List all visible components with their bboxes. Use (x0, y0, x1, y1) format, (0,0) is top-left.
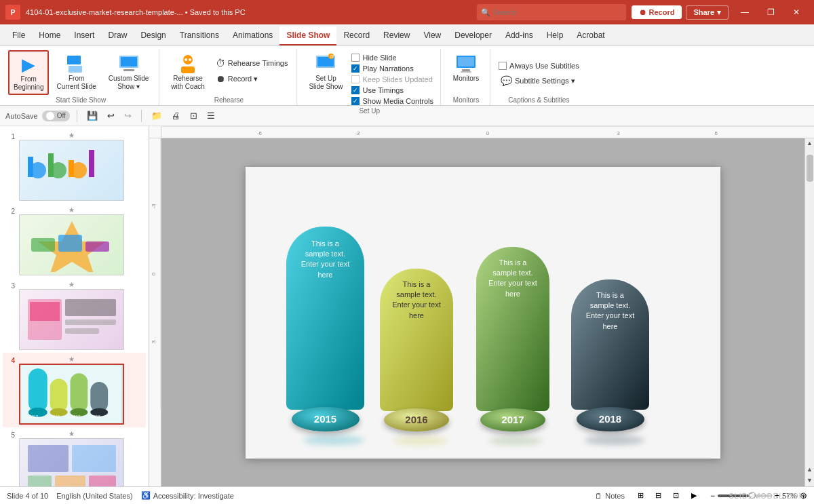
tab-insert[interactable]: Insert (67, 26, 101, 45)
tab-developer[interactable]: Developer (448, 26, 499, 45)
svg-point-9 (189, 58, 191, 61)
print-button[interactable]: 🖨 (169, 109, 183, 122)
slide-num-1: 1 (4, 132, 15, 140)
tab-addins[interactable]: Add-ins (499, 26, 540, 45)
rehearse-group-label: Rehearse (166, 96, 291, 105)
from-current-button[interactable]: FromCurrent Slide (52, 50, 100, 94)
redo-button[interactable]: ↪ (121, 109, 134, 122)
from-beginning-button[interactable]: ▶ FromBeginning (8, 50, 49, 95)
use-timings-checkbox[interactable]: ✓ (351, 86, 360, 94)
tab-slideshow[interactable]: Slide Show (279, 26, 336, 45)
play-narrations-row[interactable]: ✓ Play Narrations (350, 64, 435, 73)
always-subtitles-checkbox[interactable] (499, 62, 507, 70)
tab-animations[interactable]: Animations (226, 26, 279, 45)
scrollbar-up2-button[interactable]: ▲ (805, 465, 815, 474)
cyl-2018: This is asample text.Enter your texthere (571, 279, 649, 410)
scrollbar-up-button[interactable]: ▲ (805, 138, 815, 148)
slide-item-3[interactable]: 3 ★ (3, 278, 146, 353)
svg-text:2016: 2016 (51, 414, 60, 419)
minimize-button[interactable]: — (733, 0, 757, 24)
canvas-wrapper: 0 -3 3 -6 6 -3 0 3 (149, 126, 814, 486)
svg-rect-1 (69, 66, 82, 73)
play-narrations-checkbox[interactable]: ✓ (351, 64, 360, 73)
slide-thumb-inner-2 (20, 215, 123, 275)
rehearse-coach-label: Rehearsewith Coach (171, 75, 204, 91)
svg-rect-0 (67, 56, 81, 64)
restore-button[interactable]: ❐ (758, 0, 783, 24)
ribbon-group-start-slideshow: ▶ FromBeginning FromCurrent Slide Custom… (3, 49, 159, 105)
rehearse-timings-button[interactable]: ⏱ Rehearse Timings (212, 56, 292, 71)
zoom-out-icon[interactable]: − (710, 491, 715, 501)
undo-button[interactable]: ↩ (104, 109, 117, 122)
tab-record[interactable]: Record (336, 26, 376, 45)
svg-text:2017: 2017 (71, 414, 80, 419)
setup-slideshow-button[interactable]: ⚙ Set UpSlide Show (304, 50, 347, 94)
svg-rect-15 (458, 57, 474, 66)
slide-item-1[interactable]: 1 ★ (3, 129, 146, 203)
svg-rect-47 (28, 445, 69, 472)
hide-slide-row[interactable]: Hide Slide (350, 53, 435, 62)
hide-slide-label: Hide Slide (362, 54, 396, 62)
autosave-toggle[interactable]: Off (42, 111, 70, 121)
always-subtitles-row[interactable]: Always Use Subtitles (497, 61, 581, 71)
scrollbar-down-button[interactable]: ▼ (805, 476, 815, 485)
subtitle-settings-button[interactable]: 💬 Subtitle Settings ▾ (497, 73, 581, 88)
tab-design[interactable]: Design (134, 26, 172, 45)
tab-home[interactable]: Home (32, 26, 67, 45)
slide-item-2[interactable]: 2 ★ (3, 203, 146, 278)
svg-point-8 (185, 58, 187, 61)
svg-rect-37 (50, 379, 68, 412)
notes-button[interactable]: 🗒 Notes (595, 492, 625, 500)
rehearse-timings-icon: ⏱ (216, 58, 225, 69)
from-current-icon (66, 53, 88, 75)
tab-acrobat[interactable]: Acrobat (570, 26, 611, 45)
open-button[interactable]: 📁 (149, 109, 165, 122)
menu-button[interactable]: ☰ (204, 109, 218, 122)
svg-rect-22 (48, 153, 54, 177)
vertical-scrollbar[interactable]: ▲ ▲ ▼ (805, 138, 814, 486)
scrollbar-thumb[interactable] (807, 155, 813, 182)
tab-review[interactable]: Review (376, 26, 416, 45)
close-button[interactable]: ✕ (784, 0, 809, 24)
tab-help[interactable]: Help (540, 26, 570, 45)
slide-num-3: 3 (4, 281, 15, 290)
keep-slides-row[interactable]: Keep Slides Updated (350, 75, 435, 84)
disc-2015-year: 2015 (314, 413, 336, 425)
svg-rect-33 (30, 302, 60, 321)
slide-item-5[interactable]: 5 ★ (3, 427, 146, 486)
search-icon: 🔍 (481, 8, 490, 17)
rehearse-coach-button[interactable]: Rehearsewith Coach (166, 50, 209, 94)
reading-view-button[interactable]: ⊡ (668, 489, 684, 503)
shadow-2017 (488, 437, 543, 445)
format-button[interactable]: ⊡ (187, 109, 200, 122)
show-media-row[interactable]: ✓ Show Media Controls (350, 96, 435, 106)
slide-item-4[interactable]: 4 ★ (3, 353, 146, 427)
normal-view-button[interactable]: ⊞ (633, 489, 649, 503)
ribbon-tabs: File Home Insert Draw Design Transitions… (0, 24, 814, 46)
search-input[interactable] (477, 4, 626, 20)
svg-text:3: 3 (151, 340, 157, 343)
hide-slide-checkbox[interactable] (351, 54, 360, 62)
slideshow-view-button[interactable]: ▶ (686, 489, 702, 503)
setup-slideshow-icon: ⚙ (315, 53, 336, 75)
keep-slides-checkbox[interactable] (351, 75, 360, 83)
disc-2015: 2015 (292, 407, 360, 431)
record-slideshow-button[interactable]: ⏺ Record ▾ (212, 71, 292, 86)
tab-view[interactable]: View (416, 26, 448, 45)
subtitle-settings-label: Subtitle Settings ▾ (515, 77, 575, 85)
custom-slideshow-button[interactable]: Custom SlideShow ▾ (104, 50, 153, 94)
svg-text:-3: -3 (151, 203, 157, 209)
captions-group-label: Captions & Subtitles (497, 96, 581, 105)
slide-sorter-button[interactable]: ⊟ (651, 489, 667, 503)
use-timings-row[interactable]: ✓ Use Timings (350, 85, 435, 95)
tab-transitions[interactable]: Transitions (173, 26, 226, 45)
share-button[interactable]: Share ▾ (686, 5, 729, 20)
save-toolbar-button[interactable]: 💾 (84, 109, 100, 122)
setup-small-group: Hide Slide ✓ Play Narrations Keep Slides… (350, 50, 435, 106)
tab-file[interactable]: File (5, 26, 32, 45)
tab-draw[interactable]: Draw (101, 26, 134, 45)
monitors-button[interactable]: Monitors (448, 50, 484, 85)
record-button-title[interactable]: ⏺ Record (632, 5, 682, 19)
show-media-checkbox[interactable]: ✓ (351, 97, 360, 105)
slide-thumb-1 (19, 140, 124, 201)
